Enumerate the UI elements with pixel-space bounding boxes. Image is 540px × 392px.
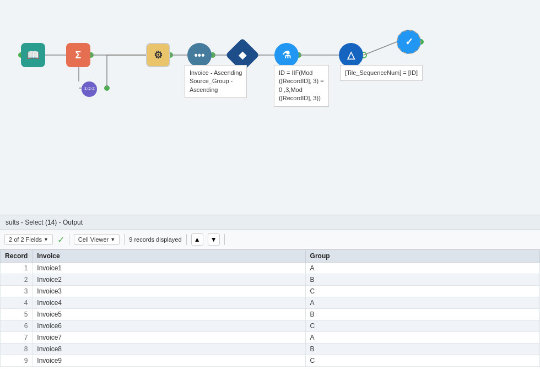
cell-invoice: Invoice6 xyxy=(33,320,305,332)
table-row: 7Invoice7A xyxy=(1,332,540,344)
cell-group: A xyxy=(305,263,539,274)
viewer-chevron-icon: ▼ xyxy=(110,237,115,242)
cell-record: 8 xyxy=(1,344,33,355)
cell-invoice: Invoice5 xyxy=(33,309,305,320)
toolbar-divider-2 xyxy=(124,234,125,245)
data-table: Record Invoice Group 1Invoice1A2Invoice2… xyxy=(0,249,540,367)
cell-invoice: Invoice3 xyxy=(33,286,305,297)
cell-group: C xyxy=(305,286,539,297)
chevron-down-icon: ▼ xyxy=(44,237,48,242)
table-row: 9Invoice9C xyxy=(1,355,540,367)
cell-record: 9 xyxy=(1,355,33,367)
data-table-container: Record Invoice Group 1Invoice1A2Invoice2… xyxy=(0,249,540,367)
results-toolbar: 2 of 2 Fields ▼ ✓ Cell Viewer ▼ 9 record… xyxy=(0,230,540,249)
fields-selector[interactable]: 2 of 2 Fields ▼ xyxy=(4,234,53,245)
cell-invoice: Invoice8 xyxy=(33,344,305,355)
sort-tooltip: Invoice - Ascending Source_Group - Ascen… xyxy=(185,65,247,98)
toolbar-divider-4 xyxy=(224,234,225,245)
check-icon[interactable]: ✓ xyxy=(57,235,64,245)
node-book[interactable]: 📖 xyxy=(21,43,45,67)
node-gear[interactable]: ⚙ xyxy=(146,43,170,67)
toolbar-divider-3 xyxy=(186,234,187,245)
cell-group: A xyxy=(305,297,539,309)
cell-record: 4 xyxy=(1,297,33,309)
table-row: 8Invoice8B xyxy=(1,344,540,355)
table-body: 1Invoice1A2Invoice2B3Invoice3C4Invoice4A… xyxy=(1,263,540,367)
node-flask[interactable]: ⚗ xyxy=(274,43,299,67)
table-row: 6Invoice6C xyxy=(1,320,540,332)
svg-line-13 xyxy=(364,42,397,55)
cell-invoice: Invoice2 xyxy=(33,274,305,286)
svg-point-17 xyxy=(104,85,110,91)
cell-group: B xyxy=(305,309,539,320)
cell-viewer-btn[interactable]: Cell Viewer ▼ xyxy=(74,234,120,245)
node-check[interactable]: ✓ xyxy=(397,30,421,54)
cell-invoice: Invoice4 xyxy=(33,297,305,309)
workflow-canvas: T 📖 Σ ⚙ ①②③ ••• ◆ ⚗ xyxy=(0,0,540,215)
table-row: 2Invoice2B xyxy=(1,274,540,286)
fields-label: 2 of 2 Fields xyxy=(9,236,42,243)
cell-invoice: Invoice7 xyxy=(33,332,305,344)
cell-record: 7 xyxy=(1,332,33,344)
cell-record: 5 xyxy=(1,309,33,320)
wire-svg: T xyxy=(0,0,540,215)
tile-tooltip: [Tile_SequenceNum] = [ID] xyxy=(340,65,423,81)
cell-viewer-label: Cell Viewer xyxy=(78,236,109,243)
col-invoice: Invoice xyxy=(33,250,305,263)
table-row: 3Invoice3C xyxy=(1,286,540,297)
results-header: sults - Select (14) - Output xyxy=(0,215,540,230)
col-record: Record xyxy=(1,250,33,263)
cell-invoice: Invoice1 xyxy=(33,263,305,274)
cell-group: B xyxy=(305,274,539,286)
node-delta[interactable]: △ xyxy=(339,43,363,67)
toolbar-divider-1 xyxy=(69,234,69,245)
node-dots[interactable]: ••• xyxy=(187,43,212,67)
records-count: 9 records displayed xyxy=(129,236,181,243)
cell-group: C xyxy=(305,320,539,332)
node-sort[interactable]: ①②③ xyxy=(82,81,97,97)
results-title: sults - Select (14) - Output xyxy=(6,219,83,226)
sort-up-button[interactable]: ▲ xyxy=(191,233,203,246)
cell-record: 1 xyxy=(1,263,33,274)
cell-record: 6 xyxy=(1,320,33,332)
cell-group: B xyxy=(305,344,539,355)
cell-record: 2 xyxy=(1,274,33,286)
table-row: 5Invoice5B xyxy=(1,309,540,320)
table-row: 4Invoice4A xyxy=(1,297,540,309)
sort-down-button[interactable]: ▼ xyxy=(208,233,220,246)
formula-tooltip: ID = IIF(Mod ([RecordID], 3) = 0 ,3,Mod … xyxy=(274,65,329,107)
cell-group: C xyxy=(305,355,539,367)
cell-invoice: Invoice9 xyxy=(33,355,305,367)
cell-group: A xyxy=(305,332,539,344)
results-panel: sults - Select (14) - Output 2 of 2 Fiel… xyxy=(0,215,540,392)
table-row: 1Invoice1A xyxy=(1,263,540,274)
node-sigma[interactable]: Σ xyxy=(66,43,90,67)
cell-record: 3 xyxy=(1,286,33,297)
col-group: Group xyxy=(305,250,539,263)
